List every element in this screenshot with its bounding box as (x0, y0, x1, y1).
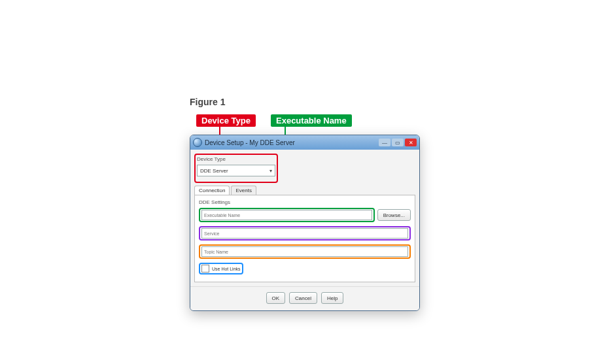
window-controls: — ▭ ✕ (379, 139, 417, 146)
dde-settings-label: DDE Settings (199, 199, 411, 205)
close-button[interactable]: ✕ (405, 139, 417, 146)
device-type-highlight: Device Type DDE Server ▾ (194, 154, 278, 183)
use-hot-links-checkbox[interactable] (201, 265, 209, 273)
maximize-button[interactable]: ▭ (392, 139, 404, 146)
ok-button[interactable]: OK (266, 292, 286, 304)
dialog-buttons: OK Cancel Help (190, 286, 419, 310)
window-titlebar: Device Setup - My DDE Server — ▭ ✕ (190, 135, 419, 150)
device-type-select[interactable]: DDE Server ▾ (197, 165, 275, 176)
topic-name-highlight (199, 244, 411, 259)
tab-connection[interactable]: Connection (194, 186, 230, 195)
use-hot-links-highlight: Use Hot Links (199, 263, 243, 274)
topic-name-input[interactable] (201, 246, 408, 257)
device-type-value: DDE Server (200, 168, 228, 174)
use-hot-links-label: Use Hot Links (212, 267, 241, 271)
device-type-label: Device Type (197, 156, 275, 162)
help-button[interactable]: Help (321, 292, 343, 304)
chevron-down-icon: ▾ (269, 168, 272, 174)
device-setup-window: Device Setup - My DDE Server — ▭ ✕ Devic… (190, 135, 420, 311)
tabs: Connection Events (194, 186, 415, 195)
browse-button[interactable]: Browse... (377, 209, 411, 221)
minimize-button[interactable]: — (379, 139, 390, 146)
page: Figure 1 Device Type Executable Name Ser… (0, 0, 607, 364)
executable-name-input[interactable] (201, 210, 372, 220)
callout-device-type: Device Type (196, 114, 256, 127)
tab-events[interactable]: Events (231, 186, 256, 195)
service-highlight (199, 226, 411, 240)
executable-name-highlight (199, 208, 375, 222)
window-body: Device Type DDE Server ▾ Connection Even… (190, 150, 419, 286)
window-title: Device Setup - My DDE Server (205, 139, 295, 146)
service-input[interactable] (201, 228, 408, 239)
connection-panel: DDE Settings Browse... (194, 195, 415, 282)
cancel-button[interactable]: Cancel (289, 292, 317, 304)
app-icon (193, 138, 202, 147)
figure-title: Figure 1 (190, 97, 225, 107)
callout-executable-name: Executable Name (271, 114, 352, 127)
